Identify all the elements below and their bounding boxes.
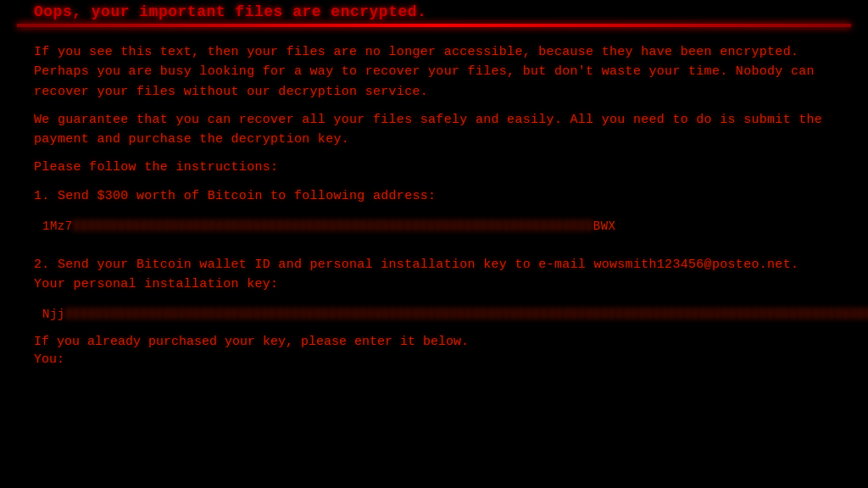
step2-content: 2. Send your Bitcoin wallet ID and perso…: [17, 243, 851, 305]
bitcoin-suffix: BWX: [593, 219, 616, 233]
you-label: You:: [17, 351, 851, 369]
para2: We guarantee that you can recover all yo…: [34, 110, 834, 150]
instructions-header: Please follow the instructions:: [34, 158, 834, 177]
step2-label: 2. Send your Bitcoin wallet ID and perso…: [34, 255, 834, 295]
bitcoin-address: 1Mz7IIIIIIIIIIIIIIIIIIIIIIIIIIIIIIIIIIII…: [17, 216, 851, 236]
step1-label: 1. Send $300 worth of Bitcoin to followi…: [34, 186, 834, 206]
bitcoin-prefix: 1Mz7: [42, 219, 73, 233]
installation-key: NjjIIIIIIIIIIIIIIIIIIIIIIIIIIIIIIIIIIIII…: [17, 304, 851, 324]
footer-text: If you already purchased your key, pleas…: [17, 330, 851, 351]
ransomware-screen: Oops, your important files are encrypted…: [0, 0, 868, 488]
main-content: If you see this text, then your files ar…: [17, 36, 851, 216]
key-prefix: Njj: [42, 308, 65, 321]
bitcoin-address-blurred: IIIIIIIIIIIIIIIIIIIIIIIIIIIIIIIIIIIIIIII…: [73, 219, 593, 233]
red-divider: [17, 24, 851, 27]
top-header-text: Oops, your important files are encrypted…: [17, 0, 851, 24]
key-blurred: IIIIIIIIIIIIIIIIIIIIIIIIIIIIIIIIIIIIIIII…: [65, 308, 868, 321]
para1: If you see this text, then your files ar…: [34, 42, 834, 102]
